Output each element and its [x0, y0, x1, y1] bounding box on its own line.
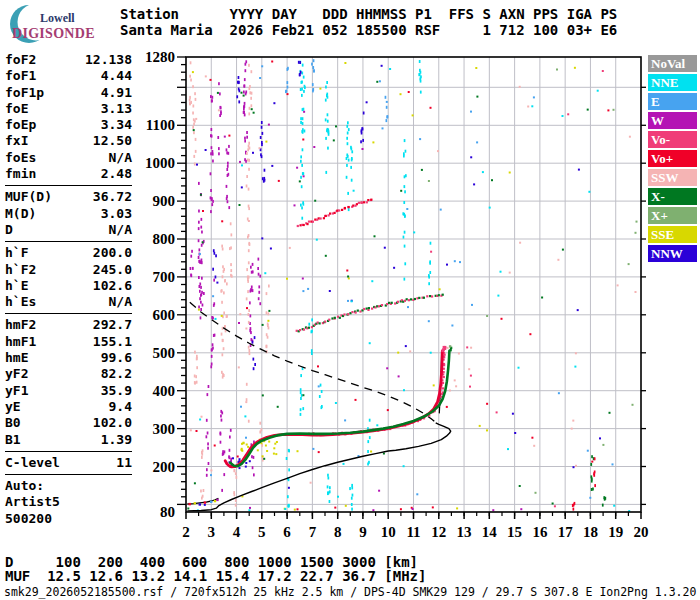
- auto-line-0: Auto:: [5, 478, 132, 494]
- param-label: yF2: [5, 366, 28, 382]
- param-label: MUF(D): [5, 189, 52, 205]
- param-row-foes: foEsN/A: [5, 150, 132, 166]
- param-value: N/A: [109, 150, 132, 166]
- param-row-hf: h`F200.0: [5, 245, 132, 261]
- svg-text:1100: 1100: [146, 117, 175, 133]
- param-row-fmin: fmin2.48: [5, 166, 132, 182]
- param-label: M(D): [5, 206, 36, 222]
- panel-separator: [5, 185, 132, 186]
- svg-text:18: 18: [583, 524, 598, 540]
- param-row-hmf2: hmF2292.7: [5, 317, 132, 333]
- param-label: hmF1: [5, 334, 36, 350]
- param-label: yF1: [5, 383, 28, 399]
- param-row-foe: foE3.13: [5, 101, 132, 117]
- color-legend: NoValNNEEWVo-Vo+SSWX-X+SSENNW: [648, 55, 697, 264]
- legend-item-noval: NoVal: [648, 55, 697, 72]
- param-row-ye: yE9.4: [5, 399, 132, 415]
- legend-item-x: X-: [648, 188, 697, 205]
- svg-text:800: 800: [153, 231, 176, 247]
- param-value: 4.44: [101, 68, 132, 84]
- svg-text:700: 700: [153, 269, 176, 285]
- legend-item-x: X+: [648, 207, 697, 224]
- svg-text:20: 20: [634, 524, 649, 540]
- svg-text:7: 7: [309, 524, 317, 540]
- svg-text:1280: 1280: [145, 49, 175, 65]
- param-value: 12.138: [85, 52, 132, 68]
- legend-item-ssw: SSW: [648, 169, 697, 186]
- param-value: 82.2: [101, 366, 132, 382]
- param-value: 4.91: [101, 85, 132, 101]
- logo-line2: DIGISONDE: [12, 26, 95, 42]
- param-label: h`E: [5, 278, 28, 294]
- param-label: C-level: [5, 455, 60, 471]
- param-label: hmE: [5, 350, 28, 366]
- param-value: 102.6: [93, 278, 132, 294]
- param-row-b1: B11.39: [5, 432, 132, 448]
- param-value: 99.6: [101, 350, 132, 366]
- param-label: foF1: [5, 68, 36, 84]
- svg-text:11: 11: [406, 524, 420, 540]
- param-value: 3.03: [101, 206, 132, 222]
- param-value: 102.0: [93, 415, 132, 431]
- param-value: 11: [116, 455, 132, 471]
- param-label: foF1p: [5, 85, 44, 101]
- svg-text:1000: 1000: [145, 155, 175, 171]
- svg-text:5: 5: [258, 524, 266, 540]
- panel-separator: [5, 241, 132, 242]
- param-value: 12.50: [93, 133, 132, 149]
- svg-text:6: 6: [283, 524, 291, 540]
- param-value: 245.0: [93, 262, 132, 278]
- auto-line-2: 500200: [5, 511, 132, 527]
- param-row-foep: foEp3.34: [5, 117, 132, 133]
- station-header: Station YYYY DAY DDD HHMMSS P1 FFS S AXN…: [120, 6, 617, 38]
- legend-item-nne: NNE: [648, 74, 697, 91]
- svg-text:16: 16: [532, 524, 548, 540]
- svg-text:10: 10: [381, 524, 396, 540]
- param-label: B0: [5, 415, 21, 431]
- svg-text:13: 13: [457, 524, 472, 540]
- param-label: fmin: [5, 166, 36, 182]
- param-value: N/A: [109, 222, 132, 238]
- legend-item-w: W: [648, 112, 697, 129]
- legend-item-nnw: NNW: [648, 245, 697, 262]
- param-row-hf2: h`F2245.0: [5, 262, 132, 278]
- param-label: B1: [5, 432, 21, 448]
- parameter-panel: foF212.138foF14.44foF1p4.91foE3.13foEp3.…: [5, 52, 132, 527]
- param-row-he: h`E102.6: [5, 278, 132, 294]
- svg-text:17: 17: [558, 524, 574, 540]
- param-label: yE: [5, 399, 21, 415]
- legend-item-vo: Vo-: [648, 131, 697, 148]
- param-row-mufd: MUF(D)36.72: [5, 189, 132, 205]
- legend-item-vo: Vo+: [648, 150, 697, 167]
- header-line2: Santa Maria 2026 Feb21 052 185500 RSF 1 …: [120, 22, 617, 38]
- svg-text:14: 14: [482, 524, 498, 540]
- param-label: fxI: [5, 133, 28, 149]
- param-row-yf2: yF282.2: [5, 366, 132, 382]
- param-value: 9.4: [109, 399, 132, 415]
- param-label: h`F: [5, 245, 28, 261]
- svg-text:900: 900: [153, 193, 176, 209]
- param-value: 200.0: [93, 245, 132, 261]
- param-value: 36.72: [93, 189, 132, 205]
- param-label: h`F2: [5, 262, 36, 278]
- param-row-hmf1: hmF1155.1: [5, 334, 132, 350]
- param-row-fof1p: foF1p4.91: [5, 85, 132, 101]
- panel-separator: [5, 474, 132, 475]
- param-row-b0: B0102.0: [5, 415, 132, 431]
- muf-row: MUF 12.5 12.6 13.2 14.1 15.4 17.2 22.7 3…: [5, 568, 426, 584]
- svg-text:80: 80: [160, 504, 175, 520]
- svg-text:400: 400: [153, 383, 176, 399]
- param-value: 292.7: [93, 317, 132, 333]
- param-row-d: DN/A: [5, 222, 132, 238]
- param-label: foF2: [5, 52, 36, 68]
- param-row-clevel: C-level11: [5, 455, 132, 471]
- param-label: foEp: [5, 117, 36, 133]
- svg-text:19: 19: [608, 524, 623, 540]
- header-line1: Station YYYY DAY DDD HHMMSS P1 FFS S AXN…: [120, 6, 617, 22]
- svg-text:2: 2: [182, 524, 190, 540]
- param-value: 35.9: [101, 383, 132, 399]
- param-row-hme: hmE99.6: [5, 350, 132, 366]
- svg-text:500: 500: [153, 345, 176, 361]
- param-value: 1.39: [101, 432, 132, 448]
- param-value: 155.1: [93, 334, 132, 350]
